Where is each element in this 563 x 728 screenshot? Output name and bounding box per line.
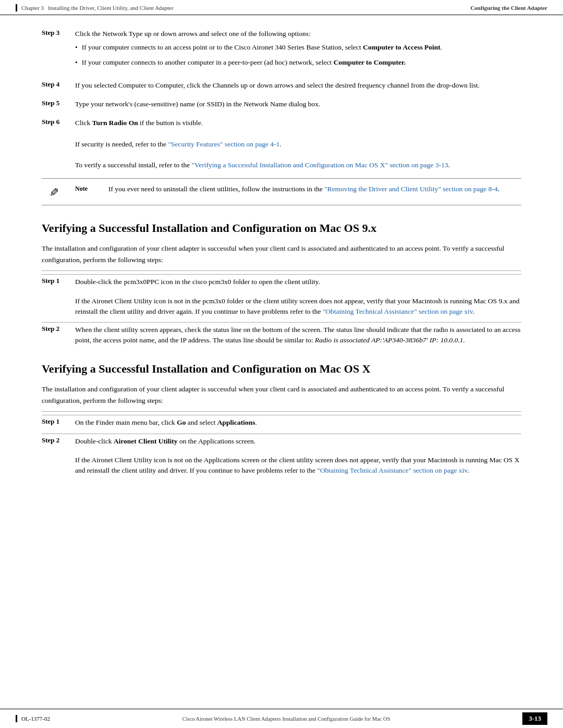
note-content: If you ever need to uninstall the client… (108, 184, 521, 200)
sec2-step-2b-content: If the Aironet Client Utility icon is no… (75, 455, 521, 476)
note-pencil-icon: ✎ (50, 186, 59, 200)
footer-page-number: 3-13 (522, 712, 547, 725)
step-3-label: Step 3 (42, 29, 67, 72)
bullet-1: If your computer connects to an access p… (75, 42, 521, 53)
main-content: Step 3 Click the Network Type up or down… (0, 15, 563, 512)
sec1-step-1: Step 1 Double-click the pcm3x0PPC icon i… (42, 274, 521, 287)
header-chapter: Chapter 3 (21, 5, 44, 11)
obtaining-tech-link-2[interactable]: "Obtaining Technical Assistance" section… (317, 466, 467, 474)
section1-divider (42, 270, 521, 271)
bullet-1-text: If your computer connects to an access p… (82, 42, 442, 53)
step-3-text: Click the Network Type up or down arrows… (75, 30, 311, 38)
sec1-step-1b: If the Aironet Client Utility icon is no… (42, 293, 521, 317)
note-icon-area: ✎ (42, 184, 67, 200)
step-6-content: Click Turn Radio On if the button is vis… (75, 118, 521, 170)
sec1-step-1b-content: If the Aironet Client Utility icon is no… (75, 296, 521, 317)
sec1-step-1-content: Double-click the pcm3x0PPC icon in the c… (75, 277, 521, 287)
security-link[interactable]: "Security Features" section on page 4-1 (168, 140, 279, 148)
sec2-step-2b: If the Aironet Client Utility icon is no… (42, 452, 521, 476)
section2-intro: The installation and configuration of yo… (42, 384, 521, 406)
sec2-step-2: Step 2 Double-click Aironet Client Utili… (42, 434, 521, 447)
note-label: Note (75, 184, 100, 200)
sec1-step-2: Step 2 When the client utility screen ap… (42, 322, 521, 346)
step-4: Step 4 If you selected Computer to Compu… (42, 77, 521, 91)
sec1-step-2-content: When the client utility screen appears, … (75, 325, 521, 346)
step-3-bullets: If your computer connects to an access p… (75, 42, 521, 68)
section2-divider (42, 411, 521, 412)
sec2-step-2-content: Double-click Aironet Client Utility on t… (75, 436, 521, 447)
step-5-content: Type your network's (case-sensitive) nam… (75, 99, 521, 109)
status-line-example: Radio is associated AP:'AP340-3836b7' IP… (315, 336, 465, 344)
page-footer: OL-1377-02 Cisco Aironet Wireless LAN Cl… (0, 709, 563, 728)
bullet-2: If your computer connects to another com… (75, 57, 521, 68)
sec1-step-1-label: Step 1 (42, 277, 67, 287)
step-4-content: If you selected Computer to Computer, cl… (75, 80, 521, 91)
go-bold: Go (177, 418, 186, 426)
sec1-step-2-label: Step 2 (42, 325, 67, 346)
footer-doc-number: OL-1377-02 (21, 715, 50, 722)
sec2-step-2-label: Step 2 (42, 436, 67, 447)
security-para: If security is needed, refer to the "Sec… (75, 140, 282, 148)
aironet-utility-bold: Aironet Client Utility (114, 437, 178, 445)
section1-heading: Verifying a Successful Installation and … (42, 221, 521, 236)
step-3: Step 3 Click the Network Type up or down… (42, 26, 521, 72)
removing-driver-link[interactable]: "Removing the Driver and Client Utility"… (324, 185, 497, 193)
turn-radio-bold: Turn Radio On (92, 119, 138, 127)
footer-left: OL-1377-02 (16, 715, 50, 722)
step-5: Step 5 Type your network's (case-sensiti… (42, 96, 521, 109)
step-4-label: Step 4 (42, 80, 67, 91)
bold-computer-access: Computer to Access Point (363, 43, 440, 51)
bold-computer-computer: Computer to Computer. (334, 58, 406, 66)
step-3-content: Click the Network Type up or down arrows… (75, 29, 521, 72)
step-5-label: Step 5 (42, 99, 67, 109)
section2-heading: Verifying a Successful Installation and … (42, 362, 521, 377)
sec2-step-2b-label (42, 455, 67, 476)
header-right: Configuring the Client Adapter (470, 5, 547, 11)
section1-intro: The installation and configuration of yo… (42, 243, 521, 265)
header-left: Chapter 3 Installing the Driver, Client … (16, 4, 174, 11)
footer-center: Cisco Aironet Wireless LAN Client Adapte… (182, 716, 390, 722)
note-box: ✎ Note If you ever need to uninstall the… (42, 178, 521, 205)
verify-link[interactable]: "Verifying a Successful Installation and… (192, 161, 448, 169)
sec1-step-1b-label (42, 296, 67, 317)
verify-para: To verify a successful install, refer to… (75, 161, 450, 169)
applications-bold: Applications (217, 418, 255, 426)
header-chapter-text: Installing the Driver, Client Utility, a… (48, 5, 174, 11)
footer-bar (16, 715, 17, 722)
step-6: Step 6 Click Turn Radio On if the button… (42, 115, 521, 170)
sec2-step-1-label: Step 1 (42, 417, 67, 428)
sec2-step-1: Step 1 On the Finder main menu bar, clic… (42, 415, 521, 428)
obtaining-tech-link-1[interactable]: "Obtaining Technical Assistance" section… (323, 307, 473, 315)
sec2-step-1-content: On the Finder main menu bar, click Go an… (75, 417, 521, 428)
step-6-label: Step 6 (42, 118, 67, 170)
page-header: Chapter 3 Installing the Driver, Client … (0, 0, 563, 15)
bullet-2-text: If your computer connects to another com… (82, 57, 406, 68)
header-bar (16, 4, 17, 11)
